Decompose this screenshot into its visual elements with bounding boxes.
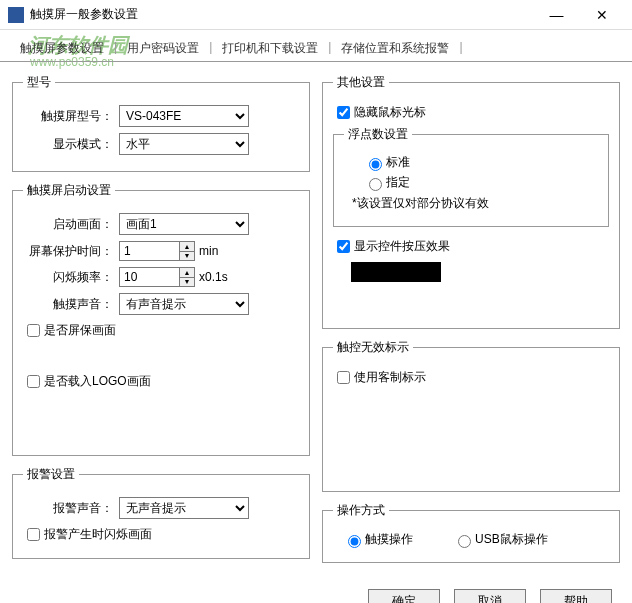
label-float-specified: 指定 xyxy=(386,174,410,191)
checkbox-alarm-flash[interactable] xyxy=(27,528,40,541)
float-group: 浮点数设置 标准 指定 *该设置仅对部分协议有效 xyxy=(333,126,609,227)
startup-legend: 触摸屏启动设置 xyxy=(23,182,115,199)
unit-tenth-second: x0.1s xyxy=(199,270,228,284)
label-touch-operation: 触摸操作 xyxy=(365,531,413,548)
minimize-button[interactable]: — xyxy=(534,0,579,29)
input-flash-rate[interactable] xyxy=(119,267,179,287)
input-screensaver-time[interactable] xyxy=(119,241,179,261)
radio-float-standard[interactable] xyxy=(369,158,382,171)
label-model-no: 触摸屏型号： xyxy=(23,108,113,125)
touch-invalid-group: 触控无效标示 使用客制标示 xyxy=(322,339,620,492)
redacted-preview xyxy=(351,262,441,282)
tab-printer-download[interactable]: 打印机和下载设置 xyxy=(214,36,326,61)
unit-min: min xyxy=(199,244,218,258)
alarm-group: 报警设置 报警声音： 无声音提示 报警产生时闪烁画面 xyxy=(12,466,310,559)
label-screensaver-enable: 是否屏保画面 xyxy=(44,322,116,339)
cancel-button[interactable]: 取消 xyxy=(454,589,526,603)
radio-float-specified[interactable] xyxy=(369,178,382,191)
operation-legend: 操作方式 xyxy=(333,502,389,519)
checkbox-hide-cursor[interactable] xyxy=(337,106,350,119)
checkbox-custom-mark[interactable] xyxy=(337,371,350,384)
select-display-mode[interactable]: 水平 xyxy=(119,133,249,155)
label-alarm-sound: 报警声音： xyxy=(23,500,113,517)
close-button[interactable]: ✕ xyxy=(579,0,624,29)
label-custom-mark: 使用客制标示 xyxy=(354,369,426,386)
checkbox-load-logo[interactable] xyxy=(27,375,40,388)
select-alarm-sound[interactable]: 无声音提示 xyxy=(119,497,249,519)
app-icon xyxy=(8,7,24,23)
touch-invalid-legend: 触控无效标示 xyxy=(333,339,413,356)
tab-bar: 触摸屏参数设置 | 用户密码设置 | 打印机和下载设置 | 存储位置和系统报警 … xyxy=(0,30,632,62)
label-flash-rate: 闪烁频率： xyxy=(23,269,113,286)
label-alarm-flash: 报警产生时闪烁画面 xyxy=(44,526,152,543)
checkbox-press-effect[interactable] xyxy=(337,240,350,253)
label-load-logo: 是否载入LOGO画面 xyxy=(44,373,151,390)
label-start-screen: 启动画面： xyxy=(23,216,113,233)
select-model-no[interactable]: VS-043FE xyxy=(119,105,249,127)
float-legend: 浮点数设置 xyxy=(344,126,412,143)
ok-button[interactable]: 确定 xyxy=(368,589,440,603)
checkbox-screensaver-enable[interactable] xyxy=(27,324,40,337)
help-button[interactable]: 帮助 xyxy=(540,589,612,603)
tab-touchscreen-params[interactable]: 触摸屏参数设置 xyxy=(12,36,112,61)
label-float-standard: 标准 xyxy=(386,154,410,171)
startup-group: 触摸屏启动设置 启动画面： 画面1 屏幕保护时间： ▲▼ min 闪烁频率： ▲… xyxy=(12,182,310,456)
label-press-effect: 显示控件按压效果 xyxy=(354,238,450,255)
model-group: 型号 触摸屏型号： VS-043FE 显示模式： 水平 xyxy=(12,74,310,172)
alarm-legend: 报警设置 xyxy=(23,466,79,483)
other-group: 其他设置 隐藏鼠标光标 浮点数设置 标准 指定 *该设置仅对部分协议有效 xyxy=(322,74,620,329)
radio-usb-mouse[interactable] xyxy=(458,535,471,548)
select-start-screen[interactable]: 画面1 xyxy=(119,213,249,235)
label-hide-cursor: 隐藏鼠标光标 xyxy=(354,104,426,121)
other-legend: 其他设置 xyxy=(333,74,389,91)
label-usb-mouse: USB鼠标操作 xyxy=(475,531,548,548)
radio-touch-operation[interactable] xyxy=(348,535,361,548)
spinner-screensaver[interactable]: ▲▼ xyxy=(179,241,195,261)
window-title: 触摸屏一般参数设置 xyxy=(30,6,534,23)
label-display-mode: 显示模式： xyxy=(23,136,113,153)
float-note: *该设置仅对部分协议有效 xyxy=(352,195,598,212)
label-touch-sound: 触摸声音： xyxy=(23,296,113,313)
label-screensaver-time: 屏幕保护时间： xyxy=(23,243,113,260)
model-legend: 型号 xyxy=(23,74,55,91)
spinner-flash[interactable]: ▲▼ xyxy=(179,267,195,287)
operation-group: 操作方式 触摸操作 USB鼠标操作 xyxy=(322,502,620,563)
tab-user-password[interactable]: 用户密码设置 xyxy=(119,36,207,61)
tab-storage-alarm[interactable]: 存储位置和系统报警 xyxy=(333,36,457,61)
select-touch-sound[interactable]: 有声音提示 xyxy=(119,293,249,315)
